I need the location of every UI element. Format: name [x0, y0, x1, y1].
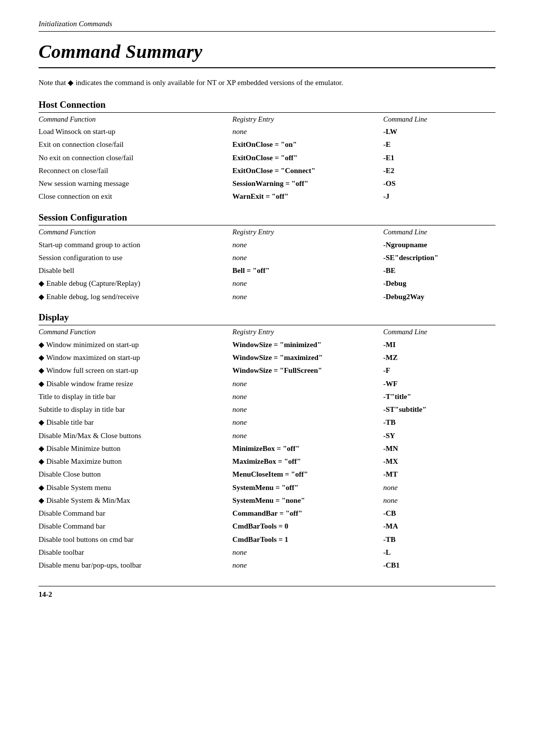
title-rule [39, 67, 495, 68]
table-row: ◆ Window minimized on start-upWindowSize… [39, 338, 495, 351]
cell-registry-9: MaximizeBox = "off" [230, 455, 381, 468]
cell-registry-11: SystemMenu = "off" [230, 481, 381, 494]
cell-cmdline-1: -MZ [381, 352, 495, 364]
cell-function-6: ◆ Disable title bar [39, 416, 230, 429]
table-row: ◆ Disable System & Min/MaxSystemMenu = "… [39, 494, 495, 507]
cell-cmdline-5: -ST"subtitle" [381, 403, 495, 416]
cell-cmdline-0: -MI [381, 338, 495, 351]
cell-registry-0: none [230, 126, 381, 138]
col-header-1: Registry Entry [230, 113, 381, 126]
cell-cmdline-7: -SY [381, 429, 495, 442]
cell-registry-5: WarnExit = "off" [230, 190, 381, 203]
cell-registry-3: none [230, 277, 381, 290]
cell-function-4: New session warning message [39, 178, 230, 190]
cell-cmdline-8: -MN [381, 442, 495, 455]
cell-registry-1: WindowSize = "maximized" [230, 352, 381, 364]
table-row: Disable Min/Max & Close buttonsnone-SY [39, 429, 495, 442]
table-row: ◆ Enable debug, log send/receivenone-Deb… [39, 290, 495, 303]
table-row: Close connection on exitWarnExit = "off"… [39, 190, 495, 203]
table-row: Session configuration to usenone-SE"desc… [39, 251, 495, 264]
cell-cmdline-2: -F [381, 364, 495, 377]
col-header-1: Registry Entry [230, 325, 381, 338]
cell-function-5: Close connection on exit [39, 190, 230, 203]
table-row: Reconnect on close/failExitOnClose = "Co… [39, 164, 495, 177]
cell-cmdline-5: -J [381, 190, 495, 203]
table-display: Command FunctionRegistry EntryCommand Li… [39, 325, 495, 572]
cell-cmdline-16: -L [381, 546, 495, 559]
cell-registry-1: ExitOnClose = "on" [230, 138, 381, 151]
cell-function-5: Subtitle to display in title bar [39, 403, 230, 416]
cell-function-4: ◆ Enable debug, log send/receive [39, 290, 230, 303]
cell-function-2: Disable bell [39, 265, 230, 277]
table-row: Disable tool buttons on cmd barCmdBarToo… [39, 533, 495, 546]
table-row: Disable Close buttonMenuCloseItem = "off… [39, 468, 495, 481]
cell-function-3: ◆ Disable window frame resize [39, 377, 230, 390]
cell-cmdline-6: -TB [381, 416, 495, 429]
cell-function-0: Start-up command group to action [39, 238, 230, 251]
cell-cmdline-3: -WF [381, 377, 495, 390]
cell-cmdline-2: -BE [381, 265, 495, 277]
cell-registry-15: CmdBarTools = 1 [230, 533, 381, 546]
table-row: ◆ Disable Maximize buttonMaximizeBox = "… [39, 455, 495, 468]
table-row: No exit on connection close/failExitOnCl… [39, 151, 495, 164]
cell-cmdline-9: -MX [381, 455, 495, 468]
breadcrumb: Initialization Commands [39, 20, 495, 32]
cell-registry-4: none [230, 290, 381, 303]
cell-registry-17: none [230, 559, 381, 572]
table-row: ◆ Disable window frame resizenone-WF [39, 377, 495, 390]
page-footer: 14-2 [39, 586, 495, 599]
intro-text: Note that ◆ indicates the command is onl… [39, 77, 495, 89]
cell-registry-16: none [230, 546, 381, 559]
cell-cmdline-1: -SE"description" [381, 251, 495, 264]
cell-registry-7: none [230, 429, 381, 442]
cell-function-17: Disable menu bar/pop-ups, toolbar [39, 559, 230, 572]
cell-registry-0: none [230, 238, 381, 251]
cell-function-16: Disable toolbar [39, 546, 230, 559]
cell-function-14: Disable Command bar [39, 520, 230, 533]
cell-registry-10: MenuCloseItem = "off" [230, 468, 381, 481]
cell-function-2: No exit on connection close/fail [39, 151, 230, 164]
table-host-connection: Command FunctionRegistry EntryCommand Li… [39, 113, 495, 204]
col-header-2: Command Line [381, 325, 495, 338]
cell-registry-2: Bell = "off" [230, 265, 381, 277]
table-row: Subtitle to display in title barnone-ST"… [39, 403, 495, 416]
cell-cmdline-0: -LW [381, 126, 495, 138]
cell-function-1: Session configuration to use [39, 251, 230, 264]
section-heading-session-config: Session Configuration [39, 212, 495, 223]
cell-registry-3: ExitOnClose = "Connect" [230, 164, 381, 177]
cell-function-1: Exit on connection close/fail [39, 138, 230, 151]
cell-registry-2: ExitOnClose = "off" [230, 151, 381, 164]
cell-cmdline-4: -T"title" [381, 390, 495, 403]
col-header-0: Command Function [39, 325, 230, 338]
cell-function-13: Disable Command bar [39, 507, 230, 520]
table-row: Disable menu bar/pop-ups, toolbarnone-CB… [39, 559, 495, 572]
col-header-1: Registry Entry [230, 225, 381, 238]
table-row: ◆ Window maximized on start-upWindowSize… [39, 352, 495, 364]
cell-registry-3: none [230, 377, 381, 390]
cell-function-8: ◆ Disable Minimize button [39, 442, 230, 455]
table-row: ◆ Disable title barnone-TB [39, 416, 495, 429]
table-row: Start-up command group to actionnone-Ngr… [39, 238, 495, 251]
table-row: Disable toolbarnone-L [39, 546, 495, 559]
cell-function-10: Disable Close button [39, 468, 230, 481]
cell-function-4: Title to display in title bar [39, 390, 230, 403]
cell-registry-5: none [230, 403, 381, 416]
table-session-config: Command FunctionRegistry EntryCommand Li… [39, 225, 495, 303]
cell-cmdline-3: -E2 [381, 164, 495, 177]
cell-registry-6: none [230, 416, 381, 429]
cell-cmdline-13: -CB [381, 507, 495, 520]
cell-cmdline-14: -MA [381, 520, 495, 533]
main-title: Command Summary [39, 41, 495, 62]
table-row: Load Winsock on start-upnone-LW [39, 126, 495, 138]
cell-function-0: Load Winsock on start-up [39, 126, 230, 138]
cell-function-0: ◆ Window minimized on start-up [39, 338, 230, 351]
section-heading-host-connection: Host Connection [39, 99, 495, 110]
cell-cmdline-1: -E [381, 138, 495, 151]
table-row: Disable Command barCmdBarTools = 0-MA [39, 520, 495, 533]
cell-registry-8: MinimizeBox = "off" [230, 442, 381, 455]
cell-function-12: ◆ Disable System & Min/Max [39, 494, 230, 507]
cell-function-1: ◆ Window maximized on start-up [39, 352, 230, 364]
cell-cmdline-4: -OS [381, 178, 495, 190]
table-row: Exit on connection close/failExitOnClose… [39, 138, 495, 151]
cell-registry-13: CommandBar = "off" [230, 507, 381, 520]
